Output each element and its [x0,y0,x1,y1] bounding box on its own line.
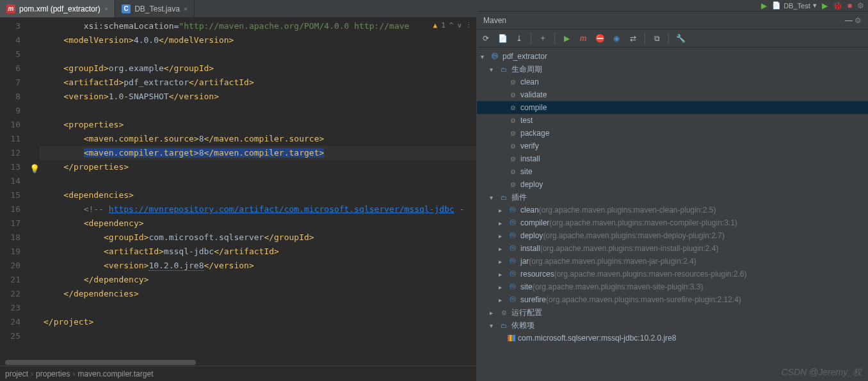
kebab-icon: ⋮ [465,21,472,29]
add-icon[interactable]: ＋ [538,33,548,44]
line-gutter: 345678910111213141516171819202122232425 [0,18,27,359]
code-lines[interactable]: xsi:schemaLocation="http://maven.apache.… [40,18,476,359]
code-editor[interactable]: 345678910111213141516171819202122232425 … [0,18,476,359]
lifecycle-test[interactable]: ⚙test [477,114,868,127]
editor-tabs: m pom.xml (pdf_extractor) × C DB_Test.ja… [0,0,476,18]
generate-sources-icon[interactable]: 📄 [497,33,508,44]
lifecycle-verify[interactable]: ⚙verify [477,140,868,152]
plugins-node[interactable]: ▾🗀插件 [477,191,868,204]
lifecycle-compile[interactable]: ⚙compile [477,101,868,114]
intention-bulb-icon[interactable]: 💡 [29,164,40,174]
breadcrumb[interactable]: project › properties › maven.compiler.ta… [0,366,476,381]
breadcrumb-item[interactable]: maven.compiler.target [77,369,153,378]
breadcrumb-item[interactable]: properties [36,369,70,378]
lifecycle-package[interactable]: ⚙package [477,127,868,140]
tab-dbtest[interactable]: C DB_Test.java × [115,0,195,17]
gear-icon[interactable]: ⚙ [855,16,862,25]
lifecycle-site[interactable]: ⚙site [477,165,868,178]
maven-icon[interactable]: m [578,33,588,44]
ide-top-toolbar: ▶ 📄 DB_Test ▾ ▶ 🐞 ■ ⚙ [477,0,868,12]
skip-tests-icon[interactable]: ◉ [611,33,622,44]
plugin-install[interactable]: ▸ⓜinstall (org.apache.maven.plugins:mave… [477,242,868,255]
collapse-icon[interactable]: ⧉ [652,33,662,44]
plugin-clean[interactable]: ▸ⓜclean (org.apache.maven.plugins:maven-… [477,204,868,216]
plugin-surefire[interactable]: ▸ⓜsurefire (org.apache.maven.plugins:mav… [477,293,868,306]
chevron-right-icon: › [72,369,75,378]
horizontal-scrollbar[interactable] [0,359,476,366]
toggle-offline-icon[interactable]: ⛔ [595,33,605,44]
lifecycle-install[interactable]: ⚙install [477,152,868,165]
run-icon[interactable]: ▶ [561,33,572,44]
maven-toolbar: ⟳ 📄 ⤓ ＋ ▶ m ⛔ ◉ ⇄ ⧉ 🔧 [477,29,868,47]
maven-icon: m [6,4,15,13]
maven-tool-title: Maven — ⚙ [477,12,868,29]
reload-icon[interactable]: ⟳ [481,33,491,44]
java-class-icon: C [122,4,131,13]
dependencies-icon[interactable]: ⇄ [628,33,638,44]
close-icon[interactable]: × [104,5,108,13]
run-config-selector[interactable]: 📄 DB_Test ▾ [772,1,817,10]
wrench-icon[interactable]: 🔧 [675,33,686,44]
lifecycle-validate[interactable]: ⚙validate [477,88,868,101]
plugin-compiler[interactable]: ▸ⓜcompiler (org.apache.maven.plugins:mav… [477,216,868,229]
chevron-right-icon: › [31,369,33,378]
stop-icon[interactable]: ■ [848,1,852,10]
close-icon[interactable]: × [184,5,188,13]
plugin-deploy[interactable]: ▸ⓜdeploy (org.apache.maven.plugins:maven… [477,229,868,242]
warning-icon: ▲ [433,21,438,29]
breadcrumb-item[interactable]: project [5,369,28,378]
lifecycle-clean[interactable]: ⚙clean [477,76,868,88]
maven-project-node[interactable]: ▾ⓜpdf_extractor [477,50,868,63]
dependency-item[interactable]: com.microsoft.sqlserver:mssql-jdbc:10.2.… [477,332,868,345]
deps-node[interactable]: ▾🗀依赖项 [477,319,868,332]
plugin-resources[interactable]: ▸ⓜresources (org.apache.maven.plugins:ma… [477,268,868,280]
tab-label: pom.xml (pdf_extractor) [19,4,100,13]
maven-tree[interactable]: ▾ⓜpdf_extractor ▾🗀生命周期 ⚙clean⚙validate⚙c… [477,47,868,381]
tab-pom[interactable]: m pom.xml (pdf_extractor) × [0,0,115,17]
run-icon[interactable]: ▶ [822,1,828,10]
gear-icon[interactable]: ⚙ [857,1,864,10]
download-icon[interactable]: ⤓ [514,33,524,44]
fold-column [27,18,40,359]
inspection-summary[interactable]: ▲ 1 ^v ⋮ [433,18,473,32]
lifecycle-node[interactable]: ▾🗀生命周期 [477,63,868,76]
plugin-jar[interactable]: ▸ⓜjar (org.apache.maven.plugins:maven-ja… [477,255,868,268]
plugin-site[interactable]: ▸ⓜsite (org.apache.maven.plugins:maven-s… [477,280,868,293]
debug-icon[interactable]: 🐞 [833,1,842,10]
run-icon[interactable]: ▶ [761,1,767,10]
run-configs-node[interactable]: ▸⚙运行配置 [477,306,868,319]
tab-label: DB_Test.java [134,4,180,13]
lifecycle-deploy[interactable]: ⚙deploy [477,178,868,191]
